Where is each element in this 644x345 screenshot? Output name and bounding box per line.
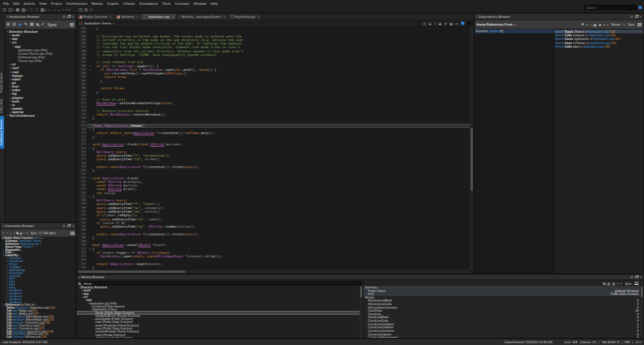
side-tab-entity-filter[interactable]: Entity Filter [0,96,4,116]
menu-tools[interactable]: Tools [160,2,172,5]
favorites-dropdown-icon[interactable]: ▾ [24,232,25,234]
export-dropdown-icon[interactable]: ▾ [617,282,618,285]
menu-metrics[interactable]: Metrics [89,2,105,5]
panel-menu-icon[interactable] [70,23,74,26]
detail-toggle-icon[interactable]: ⊙ [21,249,23,251]
float-panel-icon[interactable] [67,15,70,18]
favorites-icon[interactable]: ★ [599,23,602,27]
panel-menu-icon[interactable] [637,23,642,26]
metrics-search-input[interactable] [82,281,361,285]
editor-tab-repoview-cpp[interactable]: CRepoView.cpp× [228,14,262,20]
side-tab-project-browser[interactable]: Project Browser [0,70,4,96]
filter-icon[interactable]: ▼ [581,23,584,26]
summary-scrollbar[interactable] [640,286,643,338]
open-file-icon-dropdown[interactable]: ▾ [26,8,27,11]
detail-toggle-icon[interactable]: ⊙ [39,243,41,245]
menu-edit[interactable]: Edit [11,2,21,5]
new-file-icon[interactable]: ▤ [16,8,20,12]
editor-tab-welcome[interactable]: Welcome× [114,14,141,20]
favorites-icon[interactable]: ★ [20,231,23,235]
panel-menu-icon[interactable] [634,282,639,285]
back-icon[interactable]: ← [2,231,5,235]
dock-options-icon[interactable]: ⚙ [630,15,633,18]
back-history-icon[interactable]: ▾ [54,8,55,12]
breadcrumb[interactable]: Application::theme [84,21,111,25]
menu-project[interactable]: Project [49,2,64,5]
report-icon[interactable]: ▤ [593,23,597,27]
float-panel-icon[interactable] [67,225,70,227]
open-file-icon[interactable]: ▥ [21,8,26,12]
menu-search[interactable]: Search [21,2,37,5]
panel-menu-icon[interactable] [70,232,75,235]
graph-icon[interactable]: ∷ [589,23,592,27]
forward-icon[interactable]: → [57,8,61,12]
menu-compare[interactable]: Compare [172,2,191,5]
editor-vertical-scrollbar[interactable] [470,27,473,270]
close-tab-icon[interactable]: × [137,15,138,18]
file-link[interactable]: Application.cpp [593,37,614,41]
file-link[interactable]: Application.cpp [589,41,610,45]
entity-link[interactable]: Comment [13,335,24,338]
dock-options-icon[interactable]: ⚙ [63,15,66,18]
search-icon[interactable] [16,232,18,234]
columns-icon[interactable]: ▥ [607,282,610,285]
editor-menu-icon[interactable] [467,22,471,25]
forward-history-icon[interactable]: ▾ [63,8,64,12]
field-value-link[interactable]: Theme [23,245,31,248]
split-columns-icon[interactable]: ◫ [79,8,83,12]
dock-options-icon[interactable]: ⚙ [630,276,633,279]
entity-link[interactable]: theme [555,33,564,37]
chevron-down-icon[interactable]: ▾ [514,23,515,26]
save-all-icon[interactable]: ◰ [35,8,39,12]
summary-metric-row[interactable]: CountLinePreprocessor0 [363,336,643,338]
remove-architecture-icon[interactable]: ⊟ [13,22,16,27]
code-line[interactable]: 356} [77,266,470,269]
menu-annotations[interactable]: Annotations [137,2,160,5]
menu-help[interactable]: Help [208,2,219,5]
history-icon[interactable]: ↺ [444,21,447,26]
entity-link[interactable]: theme [555,37,564,41]
scrollbar-thumb[interactable] [360,287,362,297]
split-vertical-icon[interactable]: ◫ [423,21,426,26]
graph-views-icon-dropdown[interactable]: ▾ [69,8,70,11]
menu-graphs[interactable]: Graphs [105,2,121,5]
single-view-icon[interactable]: □ [434,21,436,25]
entity-link[interactable]: theme [555,30,564,33]
document-icon[interactable]: ▤ [450,21,453,26]
side-tab-architecture-browser[interactable]: Architecture Browser [0,116,4,149]
float-panel-icon[interactable] [635,15,638,18]
chevron-down-icon[interactable]: ▾ [79,276,80,279]
close-tab-icon[interactable]: × [223,15,225,18]
back-dropdown-icon[interactable]: ▾ [7,232,8,234]
scrollbar-thumb[interactable] [641,287,643,297]
search-input[interactable] [584,5,637,10]
single-view-icon[interactable]: □ [89,8,92,12]
close-icon[interactable]: × [640,276,642,279]
chevron-down-icon[interactable]: ▾ [476,15,478,18]
edit-architecture-icon[interactable]: ✎ [24,22,27,27]
sync-checkbox[interactable]: ✓ [41,22,45,27]
menu-view[interactable]: View [37,2,49,5]
menu-checks[interactable]: Checks [121,2,137,5]
sync-checkbox[interactable]: ✓ [26,231,29,235]
close-icon[interactable]: × [640,15,642,18]
save-icon[interactable]: ◳ [29,8,33,12]
chevron-down-icon[interactable]: ▾ [113,22,114,25]
editor-tab-butterfly-useragentsystem[interactable]: ∴Butterfly : userAgentSystem× [177,14,228,20]
file-link[interactable]: Application.cpp [588,30,609,33]
compare-icon[interactable]: ▨ [41,8,45,12]
file-sync-checkbox[interactable] [39,232,42,234]
comment-icon[interactable]: ▭ [455,21,459,26]
float-panel-icon[interactable] [635,276,638,278]
annotate-author-icon[interactable]: ♟ [438,21,441,26]
close-tab-icon[interactable]: × [258,15,259,18]
menu-architectures[interactable]: Architectures [64,2,89,5]
add-architecture-icon[interactable]: ⊞ [7,22,10,27]
sync-indicator-icon[interactable] [461,21,465,25]
info-row[interactable]: Call Comment DiffView.cpp(156) [1,336,76,338]
scope-entity-link[interactable]: theme [490,29,499,33]
split-horizontal-icon[interactable]: ⊟ [429,21,432,26]
references-mode-dropdown[interactable]: theme References From [476,23,512,26]
menu-file[interactable]: File [1,2,11,5]
detail-toggle-icon[interactable]: ⊙ [42,237,44,240]
